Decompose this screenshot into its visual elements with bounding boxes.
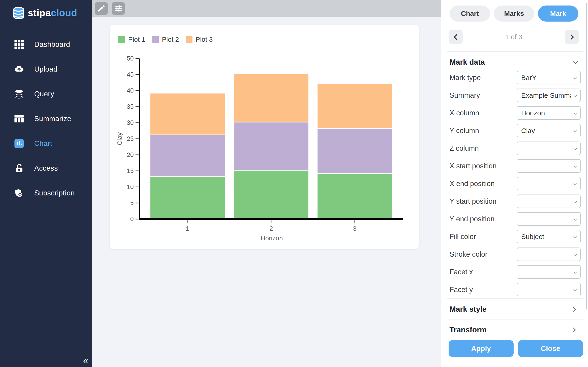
field-select-x-start-position[interactable] — [517, 159, 581, 173]
mark-style-row[interactable]: Mark style — [441, 299, 588, 319]
prev-mark-button[interactable] — [449, 30, 463, 44]
svg-text:25: 25 — [127, 135, 134, 142]
chevron-down-icon — [573, 270, 577, 274]
field-select-facet-y[interactable] — [517, 283, 581, 296]
svg-text:45: 45 — [127, 71, 134, 78]
field-label: Mark type — [450, 74, 517, 82]
mark-data-fields: Mark typeBarYSummaryExample SummaryX col… — [441, 69, 588, 298]
field-row-y-column: Y columnClay — [441, 122, 588, 140]
field-label: Stroke color — [450, 250, 517, 259]
sidebar-item-label: Dashboard — [34, 40, 70, 49]
mark-data-header[interactable]: Mark data — [441, 57, 588, 67]
next-mark-button[interactable] — [565, 30, 579, 44]
field-row-x-start-position: X start position — [441, 157, 588, 175]
sidebar-item-subscription[interactable]: eSubscription — [0, 181, 92, 206]
transform-row[interactable]: Transform — [441, 320, 588, 340]
field-select-y-start-position[interactable] — [517, 194, 581, 208]
field-value: Subject — [521, 233, 544, 241]
tab-marks[interactable]: Marks — [494, 6, 534, 22]
field-select-x-end-position[interactable] — [517, 177, 581, 190]
chart-card: Plot 1Plot 2Plot 30510152025303540455012… — [110, 25, 419, 249]
field-value: Example Summary — [521, 92, 571, 99]
sidebar-item-access[interactable]: Access — [0, 156, 92, 181]
field-value: Horizon — [521, 109, 545, 117]
field-row-stroke-color: Stroke color — [441, 245, 588, 263]
brand-logo: stipacloud — [0, 0, 92, 19]
svg-text:e: e — [19, 193, 21, 196]
tab-chart[interactable]: Chart — [450, 6, 490, 22]
tab-mark[interactable]: Mark — [538, 6, 578, 22]
field-label: Z column — [450, 144, 517, 152]
sliders-icon — [114, 4, 123, 13]
field-label: Summary — [450, 91, 517, 100]
sidebar-item-label: Access — [34, 164, 58, 173]
sidebar-item-dashboard[interactable]: Dashboard — [0, 32, 92, 57]
settings-button[interactable] — [112, 2, 125, 15]
chevron-down-icon — [573, 76, 577, 80]
field-select-stroke-color[interactable] — [517, 248, 581, 261]
sidebar-item-label: Query — [34, 90, 54, 98]
field-row-x-column: X columnHorizon — [441, 104, 588, 122]
field-select-facet-x[interactable] — [517, 265, 581, 279]
chevron-down-icon — [573, 147, 577, 150]
field-select-fill-color[interactable]: Subject — [517, 230, 581, 243]
lock-open-icon — [14, 163, 24, 174]
chevron-down-icon — [573, 217, 577, 221]
shield-badge-icon: e — [14, 188, 24, 198]
app-root: stipacloud DashboardUploadQuerySummarize… — [0, 0, 588, 367]
field-label: Y column — [450, 127, 517, 135]
field-label: X end position — [450, 180, 517, 188]
chevron-right-icon — [571, 327, 576, 332]
field-select-z-column[interactable] — [517, 142, 581, 155]
field-row-facet-x: Facet x — [441, 263, 588, 281]
field-row-mark-type: Mark typeBarY — [441, 69, 588, 86]
svg-text:0: 0 — [130, 216, 134, 223]
sidebar-nav: DashboardUploadQuerySummarizeChartAccess… — [0, 32, 92, 206]
divider — [447, 51, 583, 52]
bar-chart-icon — [14, 138, 24, 149]
field-select-summary[interactable]: Example Summary — [517, 89, 581, 102]
field-value: Clay — [521, 127, 535, 135]
pencil-icon — [97, 4, 106, 13]
panel-tabs: ChartMarksMark — [450, 6, 578, 22]
svg-text:Clay: Clay — [116, 132, 123, 145]
field-select-x-column[interactable]: Horizon — [517, 106, 581, 120]
brand-name-secondary: cloud — [51, 8, 78, 18]
svg-text:Plot 1: Plot 1 — [128, 36, 145, 43]
mark-style-title: Mark style — [450, 305, 486, 314]
field-select-y-column[interactable]: Clay — [517, 124, 581, 137]
sidebar-item-query[interactable]: Query — [0, 82, 92, 106]
edit-button[interactable] — [95, 2, 108, 15]
sidebar-item-chart[interactable]: Chart — [0, 131, 92, 156]
sidebar-item-summarize[interactable]: Summarize — [0, 106, 92, 131]
database-logo-icon — [13, 7, 24, 19]
chevron-down-icon — [573, 288, 577, 292]
svg-text:Horizon: Horizon — [261, 235, 283, 242]
field-label: Facet y — [450, 286, 517, 294]
chevron-left-icon — [454, 34, 459, 40]
chevron-down-icon — [573, 200, 577, 203]
chevron-down-icon — [573, 182, 577, 186]
apply-button[interactable]: Apply — [449, 340, 514, 357]
sidebar-item-upload[interactable]: Upload — [0, 57, 92, 82]
close-button[interactable]: Close — [518, 340, 583, 357]
field-select-mark-type[interactable]: BarY — [517, 71, 581, 84]
chevron-down-icon — [573, 94, 577, 97]
panel-actions: Apply Close — [449, 340, 583, 357]
svg-text:3: 3 — [353, 225, 357, 232]
chevron-down-icon — [573, 129, 577, 133]
svg-text:15: 15 — [127, 167, 134, 174]
sidebar-item-label: Upload — [34, 65, 57, 73]
svg-text:10: 10 — [127, 184, 134, 190]
field-row-x-end-position: X end position — [441, 175, 588, 192]
field-select-y-end-position[interactable] — [517, 212, 581, 226]
field-label: X column — [450, 109, 517, 117]
transform-title: Transform — [450, 325, 486, 334]
field-label: Fill color — [450, 233, 517, 241]
field-row-y-end-position: Y end position — [441, 210, 588, 228]
chart-toolbar — [92, 0, 441, 17]
svg-text:1: 1 — [186, 225, 190, 232]
svg-text:50: 50 — [127, 55, 134, 62]
sidebar-collapse-icon[interactable]: « — [83, 356, 88, 365]
panel-scrollbar[interactable] — [586, 3, 587, 309]
